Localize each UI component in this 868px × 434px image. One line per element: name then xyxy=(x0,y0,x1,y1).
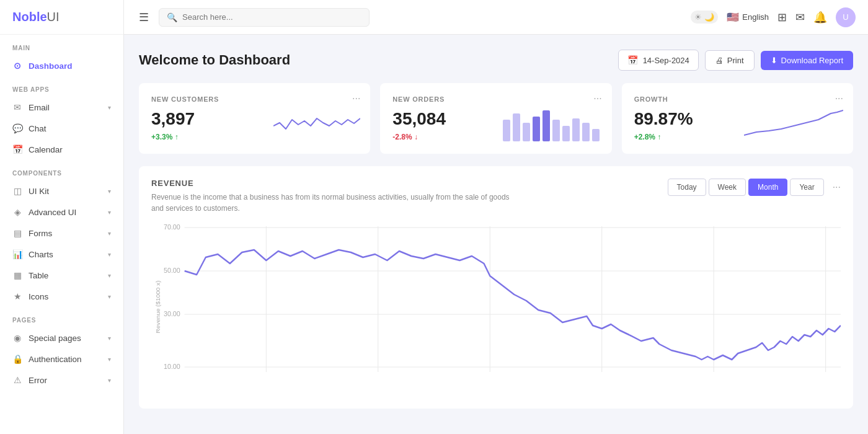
sparkline-customers xyxy=(273,107,360,144)
sidebar-section-main: MAIN ⊙ Dashboard xyxy=(0,35,123,76)
svg-rect-6 xyxy=(562,126,570,141)
chevron-down-icon: ▾ xyxy=(108,335,111,342)
sidebar-item-table[interactable]: ▦ Table ▾ xyxy=(0,265,123,286)
chevron-down-icon: ▾ xyxy=(108,272,111,279)
card-menu-button[interactable]: ··· xyxy=(593,93,601,104)
revenue-description: Revenue is the income that a business ha… xyxy=(151,192,523,214)
sun-icon: ☀ xyxy=(694,12,702,22)
sidebar-section-label-main: MAIN xyxy=(0,35,123,55)
tab-today[interactable]: Today xyxy=(668,179,706,196)
avatar[interactable]: U xyxy=(836,7,856,27)
svg-rect-2 xyxy=(523,123,530,141)
sidebar-item-forms[interactable]: ▤ Forms ▾ xyxy=(0,223,123,244)
mail-icon[interactable]: ✉ xyxy=(795,11,805,24)
email-icon: ✉ xyxy=(12,102,22,112)
svg-rect-9 xyxy=(592,129,600,141)
tab-month[interactable]: Month xyxy=(748,179,787,196)
sidebar-section-label-webapps: WEB APPS xyxy=(0,76,123,97)
svg-rect-0 xyxy=(503,120,510,141)
svg-rect-7 xyxy=(572,118,580,141)
special-pages-icon: ◉ xyxy=(12,333,22,343)
stat-card-new-customers: ··· NEW CUSTOMERS 3,897 +3.3% ↑ xyxy=(139,83,370,154)
language-label: English xyxy=(742,12,769,22)
sidebar-label-error: Error xyxy=(29,376,47,385)
sidebar-section-label-pages: PAGES xyxy=(0,307,123,327)
sidebar-label-special-pages: Special pages xyxy=(29,334,81,343)
sidebar-item-error[interactable]: ⚠ Error ▾ xyxy=(0,370,123,391)
sidebar-item-dashboard[interactable]: ⊙ Dashboard xyxy=(0,55,123,76)
chevron-down-icon: ▾ xyxy=(108,377,111,384)
stat-card-growth: ··· GROWTH 89.87% +2.8% ↑ xyxy=(622,83,853,154)
logo-light: UI xyxy=(47,10,60,24)
header-actions: 📅 14-Sep-2024 🖨 Print ⬇ Download Report xyxy=(618,50,853,71)
content-area: Welcome to Dashboard 📅 14-Sep-2024 🖨 Pri… xyxy=(124,35,868,434)
tab-week[interactable]: Week xyxy=(709,179,746,196)
search-input[interactable] xyxy=(182,12,361,22)
ui-kit-icon: ◫ xyxy=(12,186,22,196)
svg-rect-4 xyxy=(542,110,550,141)
sparkline-growth xyxy=(744,107,843,144)
sidebar-label-email: Email xyxy=(29,103,50,112)
sidebar-label-authentication: Authentication xyxy=(29,355,82,364)
calendar-icon: 📅 xyxy=(12,144,22,154)
card-menu-button[interactable]: ··· xyxy=(352,93,360,104)
sidebar-label-icons: Icons xyxy=(29,292,48,301)
download-report-button[interactable]: ⬇ Download Report xyxy=(761,51,853,70)
print-icon: 🖨 xyxy=(715,56,724,65)
bell-icon[interactable]: 🔔 xyxy=(813,11,827,24)
hamburger-button[interactable]: ☰ xyxy=(136,8,151,27)
sidebar-item-ui-kit[interactable]: ◫ UI Kit ▾ xyxy=(0,180,123,202)
page-title: Welcome to Dashboard xyxy=(139,52,290,68)
tab-year[interactable]: Year xyxy=(790,179,823,196)
sidebar-label-table: Table xyxy=(29,271,48,280)
chevron-down-icon: ▾ xyxy=(108,209,111,216)
svg-rect-3 xyxy=(533,117,540,141)
main-area: ☰ 🔍 ☀ 🌙 🇺🇸 English ⊞ ✉ 🔔 U Welcome to Da… xyxy=(124,0,868,434)
download-label: Download Report xyxy=(781,56,843,65)
chevron-down-icon: ▾ xyxy=(108,230,111,237)
sidebar-item-icons[interactable]: ★ Icons ▾ xyxy=(0,286,123,307)
calendar-icon: 📅 xyxy=(627,55,638,65)
advanced-ui-icon: ◈ xyxy=(12,207,22,217)
stat-label: NEW CUSTOMERS xyxy=(151,95,358,103)
search-icon: 🔍 xyxy=(167,12,177,22)
sidebar-item-email[interactable]: ✉ Email ▾ xyxy=(0,97,123,118)
print-label: Print xyxy=(727,56,744,65)
sidebar-item-advanced-ui[interactable]: ◈ Advanced UI ▾ xyxy=(0,202,123,223)
theme-toggle[interactable]: ☀ 🌙 xyxy=(691,11,718,24)
dashboard-header: Welcome to Dashboard 📅 14-Sep-2024 🖨 Pri… xyxy=(139,50,853,71)
svg-rect-8 xyxy=(582,123,590,141)
language-button[interactable]: 🇺🇸 English xyxy=(727,11,769,23)
revenue-card: REVENUE Revenue is the income that a bus… xyxy=(139,166,853,409)
sidebar-section-components: COMPONENTS ◫ UI Kit ▾ ◈ Advanced UI ▾ ▤ … xyxy=(0,160,123,307)
svg-rect-5 xyxy=(552,120,560,141)
chevron-down-icon: ▾ xyxy=(108,104,111,111)
date-picker[interactable]: 📅 14-Sep-2024 xyxy=(618,50,699,71)
sidebar-label-ui-kit: UI Kit xyxy=(29,187,49,196)
forms-icon: ▤ xyxy=(12,228,22,238)
sidebar-label-chat: Chat xyxy=(29,124,46,133)
sidebar-item-charts[interactable]: 📊 Charts ▾ xyxy=(0,244,123,265)
bar-chart-orders xyxy=(503,107,602,144)
search-box: 🔍 xyxy=(159,8,370,27)
grid-icon[interactable]: ⊞ xyxy=(777,11,787,24)
flag-icon: 🇺🇸 xyxy=(727,11,739,23)
revenue-header: REVENUE Revenue is the income that a bus… xyxy=(151,179,841,214)
revenue-chart-area: 70.00 50.00 30.00 10.00 Revenue ($1000 x… xyxy=(151,220,841,396)
icons-icon: ★ xyxy=(12,291,22,301)
stat-label: GROWTH xyxy=(634,95,841,103)
sidebar-item-calendar[interactable]: 📅 Calendar xyxy=(0,139,123,160)
svg-text:70.00: 70.00 xyxy=(164,223,180,231)
revenue-controls: Today Week Month Year ··· xyxy=(668,179,841,196)
revenue-menu-button[interactable]: ··· xyxy=(833,182,841,193)
print-button[interactable]: 🖨 Print xyxy=(705,50,755,71)
sidebar-item-special-pages[interactable]: ◉ Special pages ▾ xyxy=(0,327,123,348)
date-value: 14-Sep-2024 xyxy=(643,56,689,65)
sidebar-section-webapps: WEB APPS ✉ Email ▾ 💬 Chat 📅 Calendar xyxy=(0,76,123,160)
sidebar-item-chat[interactable]: 💬 Chat xyxy=(0,118,123,139)
revenue-title: REVENUE xyxy=(151,179,523,188)
sidebar-item-authentication[interactable]: 🔒 Authentication ▾ xyxy=(0,348,123,370)
error-icon: ⚠ xyxy=(12,375,22,385)
sidebar-label-forms: Forms xyxy=(29,229,52,238)
card-menu-button[interactable]: ··· xyxy=(835,93,843,104)
